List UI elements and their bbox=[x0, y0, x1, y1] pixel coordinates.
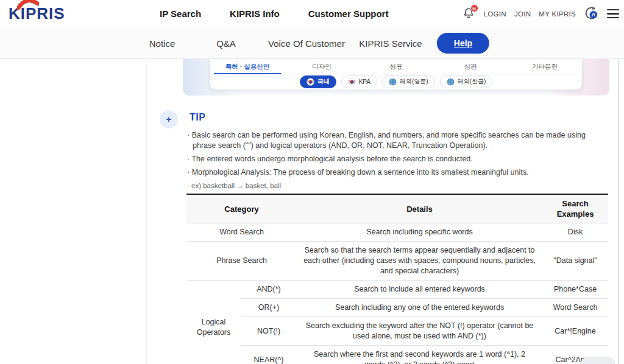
cell-example: Disk bbox=[542, 223, 608, 242]
svg-text:A: A bbox=[592, 12, 596, 18]
container-left-border bbox=[146, 59, 147, 364]
cell-details: Search including any one of the entered … bbox=[297, 299, 542, 317]
tab-other-documents[interactable]: 기타문헌 bbox=[508, 59, 582, 74]
hamburger-menu-button[interactable] bbox=[607, 7, 619, 21]
cell-example: "Data signal" bbox=[542, 242, 608, 281]
cell-category-group: Logical Operators bbox=[186, 281, 241, 364]
join-link[interactable]: JOIN bbox=[514, 10, 531, 18]
tip-bullet: · Basic search can be performed using Ko… bbox=[187, 130, 595, 151]
tab-design[interactable]: 디자인 bbox=[285, 59, 359, 74]
column-header-details: Details bbox=[297, 194, 542, 223]
cell-operator: NOT(!) bbox=[241, 317, 297, 346]
table-row: NEAR(^) Search where the first and secon… bbox=[186, 346, 608, 364]
top-header: KI P RIS IP Search KIPRIS Info Customer … bbox=[0, 0, 624, 27]
table-row: Logical Operators AND(*) Search to inclu… bbox=[186, 281, 608, 299]
subnav-kipris-service[interactable]: KIPRIS Service bbox=[359, 38, 422, 48]
cell-category: Word Search bbox=[186, 223, 297, 242]
korea-flag-icon bbox=[348, 78, 356, 86]
main-nav: IP Search KIPRIS Info Customer Support bbox=[160, 0, 388, 27]
korea-flag-icon bbox=[307, 78, 314, 86]
language-toggle-button[interactable]: A bbox=[584, 5, 599, 23]
subnav-help-active[interactable]: Help bbox=[437, 33, 489, 54]
cell-category: Phrase Search bbox=[186, 242, 297, 281]
globe-icon bbox=[389, 78, 397, 86]
filter-domestic-button[interactable]: 국내 bbox=[300, 75, 336, 88]
table-row: NOT(!) Search excluding the keyword afte… bbox=[186, 317, 608, 346]
cell-details: Search excluding the keyword after the N… bbox=[297, 317, 542, 346]
kipris-logo[interactable]: KI P RIS bbox=[9, 4, 65, 23]
cell-details: Search where the first and second keywor… bbox=[297, 346, 542, 364]
page: KI P RIS IP Search KIPRIS Info Customer … bbox=[0, 0, 624, 364]
subnav-voice-of-customer[interactable]: Voice Of Customer bbox=[268, 38, 345, 48]
language-toggle-icon: A bbox=[584, 5, 599, 21]
tab-patent-utility[interactable]: 특허 · 실용신안 bbox=[210, 59, 285, 74]
notification-badge: N bbox=[470, 4, 478, 12]
cell-example: Car*!Engine bbox=[542, 317, 608, 346]
search-banner-card: 특허 · 실용신안 디자인 상표 심판 기타문헌 bbox=[210, 59, 582, 89]
tab-trial[interactable]: 심판 bbox=[433, 59, 508, 74]
cell-operator: OR(+) bbox=[241, 299, 297, 317]
table-header-row: Category Details Search Examples bbox=[186, 194, 608, 223]
banner-filters: 국내 bbox=[210, 74, 582, 89]
cell-details: Search so that the search terms appear s… bbox=[297, 242, 542, 281]
tip-bullets: · Basic search can be performed using Ko… bbox=[187, 130, 595, 194]
subnav-qna[interactable]: Q&A bbox=[216, 38, 236, 48]
cell-operator: NEAR(^) bbox=[241, 346, 297, 364]
nav-ip-search[interactable]: IP Search bbox=[160, 9, 201, 19]
table-row: OR(+) Search including any one of the en… bbox=[186, 299, 608, 317]
filter-overseas-korean-button[interactable]: 해외(한글) bbox=[440, 75, 493, 88]
tip-bullet: · The entered words undergo morphologica… bbox=[187, 154, 595, 164]
nav-kipris-info[interactable]: KIPRIS Info bbox=[230, 9, 280, 19]
filter-kpa-button[interactable]: KPA bbox=[341, 75, 377, 88]
logo-swoosh-icon bbox=[17, 0, 39, 10]
scroll-top-button[interactable] bbox=[580, 357, 615, 364]
table-row: Phrase Search Search so that the search … bbox=[186, 242, 608, 281]
globe-icon bbox=[447, 78, 455, 86]
column-header-search-examples: Search Examples bbox=[542, 194, 608, 223]
column-header-category: Category bbox=[186, 194, 297, 223]
plus-icon: + bbox=[166, 114, 172, 124]
tip-bullet: · Morphological Analysis: The process of… bbox=[187, 167, 595, 178]
filter-overseas-english-button[interactable]: 해외(영문) bbox=[382, 75, 435, 88]
cell-example: Word Search bbox=[542, 299, 608, 317]
tip-title: TIP bbox=[190, 112, 205, 123]
tip-bullet-example: · ex) basketball → basket, ball bbox=[187, 181, 595, 191]
cell-details: Search to include all entered keywords bbox=[297, 281, 542, 299]
search-banner: 특허 · 실용신안 디자인 상표 심판 기타문헌 bbox=[183, 59, 609, 96]
banner-tabs: 특허 · 실용신안 디자인 상표 심판 기타문헌 bbox=[210, 59, 582, 74]
subnav: Notice Q&A Voice Of Customer KIPRIS Serv… bbox=[0, 27, 624, 59]
table-row: Word Search Search including specific wo… bbox=[186, 223, 608, 242]
my-kipris-link[interactable]: MY KIPRIS bbox=[539, 10, 576, 18]
notification-bell-button[interactable]: N bbox=[461, 6, 476, 22]
cell-details: Search including specific words bbox=[297, 223, 542, 242]
cell-operator: AND(*) bbox=[241, 281, 297, 299]
nav-customer-support[interactable]: Customer Support bbox=[308, 9, 389, 19]
hamburger-icon bbox=[607, 9, 619, 18]
search-operators-table: Category Details Search Examples Word Se… bbox=[186, 194, 608, 364]
cell-example: Phone*Case bbox=[542, 281, 608, 299]
tab-trademark[interactable]: 상표 bbox=[359, 59, 433, 74]
tip-expand-button[interactable]: + bbox=[160, 110, 178, 128]
logo-text-ris: RIS bbox=[37, 4, 65, 23]
login-link[interactable]: LOGIN bbox=[484, 10, 506, 18]
header-right: N LOGIN JOIN MY KIPRIS A bbox=[461, 0, 619, 27]
scrollbar-track[interactable] bbox=[618, 59, 619, 364]
subnav-notice[interactable]: Notice bbox=[149, 38, 176, 48]
